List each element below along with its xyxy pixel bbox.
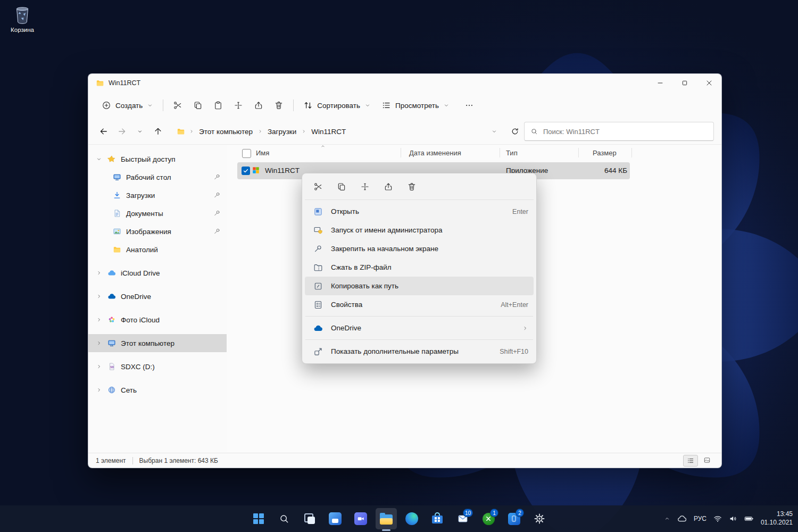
edge-icon <box>405 512 418 525</box>
sidebar-item-onedrive[interactable]: OneDrive <box>88 287 227 305</box>
chevron-down-icon[interactable] <box>95 156 103 162</box>
icloud-cloud-icon <box>107 269 116 277</box>
details-view-button[interactable] <box>683 455 698 467</box>
breadcrumb-this-pc[interactable]: Этот компьютер <box>198 127 254 137</box>
delete-button[interactable] <box>402 178 422 196</box>
chevron-right-icon[interactable] <box>95 270 103 276</box>
sidebar-item-icloud-photos[interactable]: Фото iCloud <box>88 311 227 329</box>
sidebar-item-anatoly[interactable]: Анатолий <box>88 240 227 259</box>
clock[interactable]: 13:45 01.10.2021 <box>761 510 793 527</box>
cut-button[interactable] <box>168 96 187 114</box>
onedrive-tray-icon[interactable] <box>677 514 687 523</box>
thumbnail-view-button[interactable] <box>700 455 714 466</box>
plus-icon <box>102 101 111 110</box>
wifi-icon[interactable] <box>713 514 722 523</box>
phone-link-button[interactable]: 2 <box>503 508 525 529</box>
forward-button[interactable] <box>113 123 131 140</box>
share-button[interactable] <box>378 178 398 196</box>
rename-button[interactable] <box>229 96 248 114</box>
copy-button[interactable] <box>331 178 352 196</box>
back-button[interactable] <box>95 123 113 140</box>
new-button[interactable]: Создать <box>97 97 158 114</box>
maximize-button[interactable] <box>672 74 697 92</box>
sidebar-item-downloads[interactable]: Загрузки <box>88 186 227 204</box>
column-date[interactable]: Дата изменения <box>409 149 461 157</box>
column-divider[interactable] <box>401 148 401 157</box>
view-list-icon <box>381 101 391 110</box>
sidebar-item-network[interactable]: Сеть <box>88 381 227 399</box>
address-bar[interactable]: Этот компьютер Загрузки Win11RCT <box>171 122 503 140</box>
select-all-checkbox[interactable] <box>242 149 251 158</box>
start-button[interactable] <box>248 508 269 529</box>
rename-button[interactable] <box>355 178 375 196</box>
widgets-icon <box>329 512 342 525</box>
settings-button[interactable] <box>529 508 550 529</box>
sidebar-item-quick-access[interactable]: Быстрый доступ <box>88 150 227 168</box>
taskbar-search-button[interactable] <box>273 508 295 529</box>
xbox-button[interactable]: 1 <box>478 508 499 529</box>
chevron-right-icon[interactable] <box>95 293 103 300</box>
column-size[interactable]: Размер <box>593 149 617 157</box>
column-divider[interactable] <box>578 148 579 157</box>
sidebar-item-documents[interactable]: Документы <box>88 204 227 222</box>
refresh-button[interactable] <box>506 123 524 140</box>
sidebar-item-desktop[interactable]: Рабочий стол <box>88 168 227 186</box>
menu-item-run-as-admin[interactable]: Запуск от имени администратора <box>305 221 534 239</box>
rename-icon <box>234 101 243 110</box>
widgets-button[interactable] <box>325 508 346 529</box>
task-view-button[interactable] <box>299 508 320 529</box>
delete-button[interactable] <box>269 96 288 114</box>
menu-item-properties[interactable]: Свойства Alt+Enter <box>305 295 534 314</box>
task-view-icon <box>304 513 315 524</box>
chat-button[interactable] <box>350 508 371 529</box>
copy-button[interactable] <box>188 96 207 114</box>
sidebar-item-label: Сеть <box>121 386 137 394</box>
share-button[interactable] <box>249 96 268 114</box>
column-divider[interactable] <box>500 148 500 157</box>
cut-button[interactable] <box>308 178 328 196</box>
close-button[interactable] <box>697 74 721 92</box>
chevron-right-icon[interactable] <box>95 387 103 393</box>
up-button[interactable] <box>149 123 167 140</box>
search-input[interactable] <box>542 127 708 136</box>
store-button[interactable] <box>427 508 448 529</box>
chevron-right-icon[interactable] <box>95 317 103 323</box>
column-type[interactable]: Тип <box>506 149 518 157</box>
row-checkbox[interactable] <box>242 167 250 175</box>
search-box[interactable] <box>524 122 714 141</box>
recent-locations-button[interactable] <box>131 123 149 140</box>
hidden-icons-chevron-icon[interactable] <box>664 516 670 522</box>
file-explorer-taskbar-button[interactable] <box>376 508 397 529</box>
menu-item-compress-zip[interactable]: Сжать в ZIP-файл <box>305 258 534 277</box>
menu-item-open[interactable]: Открыть Enter <box>305 202 534 221</box>
menu-item-onedrive[interactable]: OneDrive <box>305 319 534 337</box>
volume-icon[interactable] <box>729 514 737 523</box>
chevron-right-icon[interactable] <box>95 340 103 346</box>
sidebar-item-icloud-drive[interactable]: iCloud Drive <box>88 264 227 282</box>
column-name[interactable]: Имя <box>256 149 269 157</box>
paste-button[interactable] <box>209 96 228 114</box>
sidebar-item-sdxc[interactable]: SDXC (D:) <box>88 358 227 376</box>
menu-item-pin-to-start[interactable]: Закрепить на начальном экране <box>305 239 534 258</box>
minimize-button[interactable] <box>648 74 672 92</box>
breadcrumb-downloads[interactable]: Загрузки <box>267 127 297 137</box>
recycle-bin-desktop-icon[interactable]: Корзина <box>7 4 37 33</box>
sort-button[interactable]: Сортировать <box>298 97 376 114</box>
sidebar-item-pictures[interactable]: Изображения <box>88 222 227 240</box>
chevron-right-icon[interactable] <box>95 363 103 370</box>
sort-icon <box>303 101 313 110</box>
sidebar-item-this-pc[interactable]: Этот компьютер <box>88 334 227 352</box>
address-dropdown-icon[interactable] <box>491 128 497 135</box>
onedrive-cloud-icon <box>313 323 323 333</box>
share-icon <box>384 182 393 192</box>
edge-button[interactable] <box>401 508 422 529</box>
menu-item-show-more-options[interactable]: Показать дополнительные параметры Shift+… <box>305 342 534 361</box>
menu-item-copy-as-path[interactable]: Копировать как путь <box>305 277 534 295</box>
battery-icon[interactable] <box>744 514 754 523</box>
more-options-button[interactable] <box>460 96 479 114</box>
mail-button[interactable]: 10 <box>452 508 473 529</box>
column-divider[interactable] <box>631 148 632 157</box>
breadcrumb-current[interactable]: Win11RCT <box>310 127 347 137</box>
language-indicator[interactable]: РУС <box>694 515 706 522</box>
view-button[interactable]: Просмотреть <box>377 97 454 114</box>
